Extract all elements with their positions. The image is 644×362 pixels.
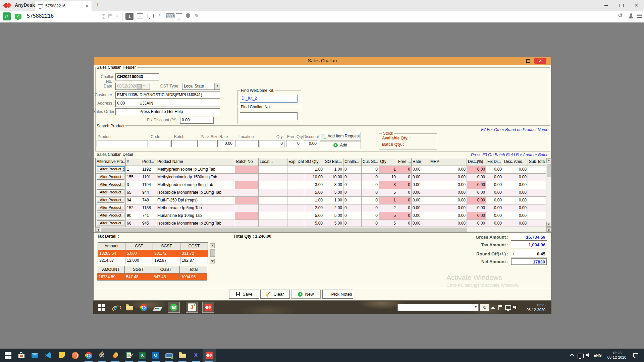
tray-clock[interactable]: 12:23 08-12-2020 — [604, 351, 629, 360]
date-dropdown-icon[interactable]: ▾ — [143, 84, 145, 87]
taskbar-start-button[interactable] — [95, 302, 107, 313]
gst-dropdown-icon[interactable]: ▼ — [214, 83, 220, 89]
taskbar-internet-explorer-button[interactable]: e — [109, 302, 121, 313]
calendar-icon[interactable] — [137, 84, 142, 88]
round-off-field[interactable]: + 0.45 — [511, 251, 547, 257]
challan-no-field[interactable]: CH202100943 — [115, 73, 159, 80]
sales-order-field[interactable] — [115, 108, 138, 115]
display-settings-icon[interactable] — [176, 13, 182, 18]
taskbar-flame-button[interactable] — [109, 349, 122, 362]
alter-product-button[interactable]: Alter Product — [97, 205, 124, 210]
action-flag-icon[interactable] — [498, 305, 502, 310]
chat-icon[interactable] — [148, 14, 154, 18]
challan-minimize-button[interactable] — [515, 58, 522, 64]
connected-monitor-icon[interactable]: ✓ — [15, 14, 21, 19]
tray-chevron-up-icon[interactable] — [570, 354, 574, 358]
pick-notes-button[interactable]: ←Pick Notes — [322, 290, 353, 299]
search-free-qty-input[interactable]: 0 — [286, 140, 301, 147]
file-transfer-icon[interactable]: → — [137, 13, 143, 18]
taskbar-pharma-app-button[interactable]: J — [186, 302, 198, 313]
session-tab[interactable]: 575882216 ✕ — [35, 1, 92, 11]
alter-product-button[interactable]: Alter Product — [97, 213, 124, 218]
grid-vertical-scrollbar[interactable] — [546, 158, 551, 227]
taskbar-notepad-button[interactable] — [122, 349, 136, 362]
taskbar-file-explorer-button[interactable] — [123, 302, 136, 313]
grid-horizontal-scrollbar[interactable] — [95, 227, 551, 232]
volume-icon[interactable] — [513, 305, 518, 309]
new-tab-button[interactable]: + — [96, 2, 100, 9]
window-maximize-button[interactable] — [614, 0, 629, 11]
monitor-1-tile[interactable]: 1 — [125, 13, 133, 20]
challan-restore-button[interactable] — [524, 58, 532, 64]
whiteboard-icon[interactable]: ✎ — [195, 13, 199, 19]
history-icon[interactable]: ↺ — [618, 12, 623, 19]
search-pack-size-input[interactable] — [199, 140, 216, 147]
alter-product-button[interactable]: Alter Product — [97, 182, 124, 187]
alter-product-button[interactable]: Alter Product — [97, 174, 124, 180]
favorite-star-icon[interactable]: ☆ — [115, 12, 119, 18]
search-discount-input[interactable]: 0.00 — [303, 140, 318, 147]
refresh-icon[interactable]: ↻ — [480, 304, 489, 311]
customer-code-field[interactable]: EMPUJJ0541 — [115, 92, 138, 99]
taskbar-store-button[interactable] — [15, 349, 28, 362]
search-product-input[interactable] — [97, 140, 148, 147]
show-hidden-icons-icon[interactable] — [491, 306, 495, 309]
taskbar-vscode-button[interactable] — [42, 349, 55, 362]
taskbar-anydesk-button[interactable] — [203, 349, 216, 362]
find-kit-field[interactable]: DI_Kit_2 — [240, 95, 298, 103]
network-icon[interactable] — [505, 305, 511, 310]
find-challan-field[interactable] — [240, 112, 298, 120]
taskbar-dev-tools-button[interactable] — [95, 349, 109, 362]
alter-product-button[interactable]: Alter Product — [97, 166, 124, 172]
actions-icon[interactable]: ⚡ — [158, 12, 161, 18]
taskbar-outlook-button[interactable]: O — [149, 349, 162, 362]
tray-volume-icon[interactable] — [586, 353, 591, 357]
challan-close-button[interactable]: ✕ — [534, 58, 546, 64]
taskbar-anydesk-button[interactable] — [202, 302, 214, 313]
clear-button[interactable]: Clear — [260, 290, 290, 299]
taskbar-sticky-notes-button[interactable] — [55, 349, 68, 362]
address-city-field[interactable]: UJJAIN — [138, 100, 220, 107]
save-button[interactable]: Save — [229, 290, 259, 299]
new-button[interactable]: +New — [291, 290, 321, 299]
search-rate-input[interactable]: 0.00 — [217, 140, 234, 147]
remote-taskbar-combobox[interactable]: ▼ — [397, 304, 479, 311]
taskbar-postman-button[interactable] — [68, 349, 82, 362]
alter-product-button[interactable]: Alter Product — [97, 189, 124, 195]
taskbar-scanner-button[interactable] — [152, 302, 164, 313]
alter-product-button[interactable]: Alter Product — [97, 220, 124, 226]
remote-clock[interactable]: 12:25 08-12-2020 — [523, 303, 545, 312]
taskbar-chrome-button[interactable] — [82, 349, 95, 362]
taskbar-whatsapp-button[interactable]: ☎ — [168, 302, 180, 313]
window-minimize-button[interactable] — [599, 0, 614, 11]
window-close-button[interactable]: ✕ — [629, 0, 644, 11]
add-button[interactable]: + Add — [320, 141, 361, 149]
date-field[interactable]: 08/12/2020 — [115, 83, 150, 90]
action-center-icon[interactable] — [633, 353, 638, 357]
permissions-icon[interactable] — [186, 13, 190, 18]
tax-table-scrollbar[interactable] — [210, 243, 215, 263]
grid-hscroll-thumb[interactable] — [101, 228, 467, 232]
fix-discount-field[interactable]: 0.00 — [180, 117, 214, 124]
taskbar-mail-button[interactable] — [28, 349, 42, 362]
address-code-field[interactable]: 0.00 — [115, 100, 138, 107]
search-qty-input[interactable]: 0 — [260, 140, 284, 147]
taskbar-folder-button[interactable] — [176, 349, 189, 362]
taskbar-excel-button[interactable]: X — [136, 349, 149, 362]
menu-icon[interactable] — [637, 14, 642, 14]
search-location-input[interactable] — [235, 140, 259, 147]
alter-product-button[interactable]: Alter Product — [97, 197, 124, 203]
taskbar-chrome-button[interactable] — [138, 302, 150, 313]
taskbar-remote-desktop-button[interactable] — [162, 349, 176, 362]
search-batch-input[interactable] — [171, 140, 198, 147]
taskbar-xender-button[interactable]: X — [189, 349, 203, 362]
new-session-icon[interactable]: ⇄ — [3, 12, 11, 20]
contacts-icon[interactable] — [629, 13, 633, 19]
keyboard-icon[interactable]: ⌨ — [166, 12, 175, 20]
add-item-request-button[interactable]: Add Item Request — [320, 132, 361, 140]
customer-name-field[interactable]: DIAGNOSTIC AIDS(EMPUJJ0541) — [138, 92, 220, 99]
tray-language[interactable]: ENG — [594, 353, 602, 358]
taskbar-start-button[interactable] — [1, 349, 15, 362]
tray-network-icon[interactable] — [578, 354, 584, 358]
search-code-input[interactable] — [149, 140, 170, 147]
